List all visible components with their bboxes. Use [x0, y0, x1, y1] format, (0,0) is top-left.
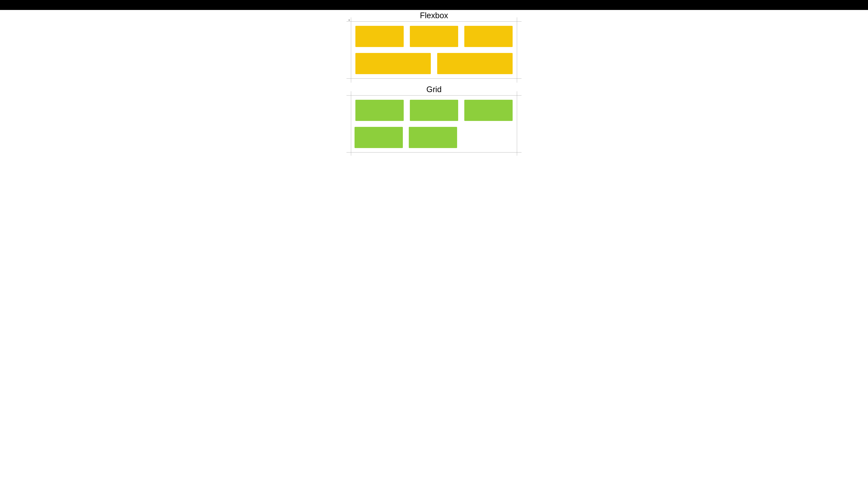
grid-layout-row2 [354, 127, 513, 148]
flexbox-layout [355, 26, 513, 74]
grid-title: Grid [0, 85, 868, 94]
corner-extension [517, 18, 517, 22]
corner-extension [517, 91, 517, 96]
grid-item [355, 100, 404, 121]
corner-extension [517, 95, 522, 96]
corner-extension [351, 91, 351, 96]
corner-extension [351, 78, 351, 83]
grid-container [351, 95, 517, 153]
flex-item [355, 26, 404, 47]
flex-item [464, 26, 513, 47]
corner-extension [517, 78, 517, 83]
grid-item [354, 127, 403, 148]
corner-extension [351, 18, 351, 22]
grid-item [464, 100, 513, 121]
top-black-bar [0, 0, 868, 10]
corner-extension [517, 152, 517, 156]
corner-extension [346, 95, 351, 96]
flexbox-container [351, 22, 517, 78]
flex-item [410, 26, 458, 47]
flex-item [355, 53, 431, 74]
flexbox-title: Flexbox [0, 11, 868, 20]
flexbox-diagram-wrap: + [351, 22, 517, 78]
grid-diagram-wrap [351, 95, 517, 153]
corner-extension [351, 152, 351, 156]
flex-item [437, 53, 513, 74]
corner-extension [346, 152, 351, 153]
corner-extension [517, 152, 522, 153]
grid-item [410, 100, 458, 121]
content-area: Flexbox + Grid [0, 10, 868, 153]
grid-layout-row1 [355, 100, 513, 121]
grid-item [409, 127, 457, 148]
